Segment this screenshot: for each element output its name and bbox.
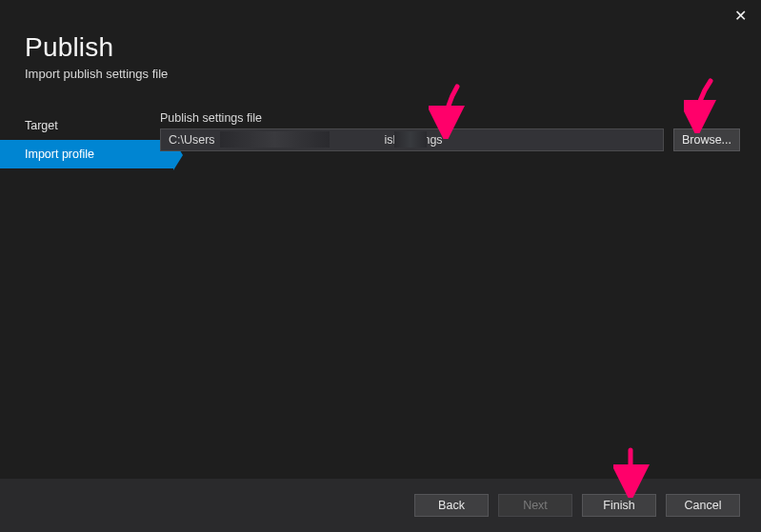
page-subtitle: Import publish settings file — [25, 67, 761, 81]
sidebar-item-import-profile[interactable]: Import profile — [0, 140, 173, 168]
back-button[interactable]: Back — [414, 494, 489, 517]
input-row: Browse... — [160, 128, 740, 151]
wizard-sidebar: Target Import profile — [0, 111, 160, 168]
redaction-block — [339, 131, 385, 148]
main-panel: Publish settings file Browse... — [160, 111, 761, 168]
finish-button[interactable]: Finish — [582, 494, 656, 517]
sidebar-item-label: Import profile — [25, 148, 94, 161]
sidebar-item-label: Target — [25, 119, 58, 132]
browse-button[interactable]: Browse... — [673, 128, 740, 151]
redaction-block — [394, 131, 427, 148]
cancel-button[interactable]: Cancel — [666, 494, 740, 517]
close-icon[interactable]: ✕ — [731, 8, 750, 27]
content-area: Target Import profile Publish settings f… — [0, 111, 761, 168]
input-wrap — [160, 128, 664, 151]
dialog-header: Publish Import publish settings file — [0, 0, 761, 81]
next-button: Next — [498, 494, 572, 517]
field-label-publish-settings: Publish settings file — [160, 111, 740, 125]
page-title: Publish — [25, 32, 761, 63]
dialog-footer: Back Next Finish Cancel — [0, 479, 761, 532]
redaction-block — [220, 131, 330, 148]
sidebar-item-target[interactable]: Target — [0, 111, 160, 140]
